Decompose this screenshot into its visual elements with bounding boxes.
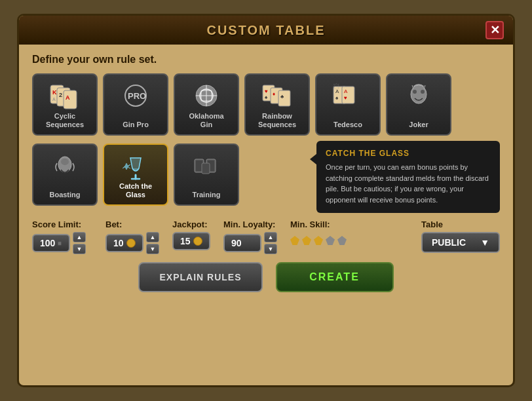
rainbow-label: RainbowSequences — [258, 112, 296, 129]
game-modes-grid: K A 2 A CyclicSequences PRO — [32, 73, 500, 136]
catch-glass-icon — [116, 149, 155, 185]
tooltip-text: Once per turn, you can earn bonus points… — [326, 162, 491, 205]
min-loyalty-label: Min. Loyalty: — [223, 220, 277, 229]
skill-star-2[interactable] — [302, 236, 311, 245]
joker-label: Joker — [409, 121, 428, 129]
bet-down[interactable]: ▼ — [146, 244, 159, 254]
skill-star-5[interactable] — [337, 236, 347, 245]
lower-left: Boasting — [32, 143, 239, 206]
bet-up[interactable]: ▲ — [146, 232, 159, 242]
svg-text:♣: ♣ — [280, 94, 284, 100]
modal-title: CUSTOM TABLE — [206, 23, 325, 38]
training-label: Training — [193, 191, 221, 199]
game-mode-tedesco[interactable]: A ♠ A ♥ Tedesco — [315, 73, 381, 136]
game-mode-cyclic[interactable]: K A 2 A CyclicSequences — [32, 73, 98, 136]
lower-section: Boasting — [32, 143, 500, 213]
tooltip-arrow — [310, 154, 316, 164]
boasting-icon — [45, 149, 85, 185]
bet-spinner: ▲ ▼ — [146, 232, 159, 254]
create-button[interactable]: CREATE — [276, 262, 394, 292]
min-loyalty-group: Min. Loyalty: 90 ▲ ▼ — [223, 220, 277, 254]
svg-text:A: A — [52, 97, 56, 102]
page-subtitle: Define your own rule set. — [32, 54, 500, 66]
game-mode-boasting[interactable]: Boasting — [32, 143, 98, 206]
svg-point-29 — [421, 90, 425, 94]
oklahoma-icon — [187, 79, 226, 115]
loyalty-spinner: ▲ ▼ — [264, 232, 277, 254]
rainbow-icon: ♥ ♠ ♦ ♣ — [257, 79, 297, 115]
catch-glass-label: Catch theGlass — [119, 182, 152, 199]
skill-stars — [290, 236, 347, 245]
bet-input-row: 10 ▲ ▼ — [105, 232, 159, 254]
svg-text:♥: ♥ — [344, 95, 347, 101]
tooltip-container: CATCH THE GLASS Once per turn, you can e… — [244, 143, 500, 213]
svg-text:K: K — [52, 89, 57, 96]
coin-icon — [126, 239, 136, 248]
game-mode-training[interactable]: Training — [174, 143, 239, 206]
min-skill-label: Min. Skill: — [290, 220, 347, 229]
svg-text:A: A — [66, 94, 70, 101]
svg-text:A: A — [344, 88, 348, 94]
min-skill-group: Min. Skill: — [290, 220, 347, 245]
score-limit-display: 100 ≡ — [32, 234, 70, 252]
loyalty-up[interactable]: ▲ — [264, 232, 277, 242]
gin-pro-label: Gin Pro — [123, 121, 149, 129]
table-select[interactable]: PUBLIC ▼ — [421, 232, 500, 253]
tooltip-box: CATCH THE GLASS Once per turn, you can e… — [316, 141, 500, 213]
boasting-label: Boasting — [49, 191, 80, 199]
bet-display: 10 — [105, 234, 143, 252]
skill-star-4[interactable] — [326, 236, 335, 245]
svg-text:2: 2 — [59, 92, 62, 98]
jackpot-group: Jackpot: 15 — [172, 220, 210, 250]
jackpot-coin-icon — [193, 237, 202, 246]
cyclic-label: CyclicSequences — [46, 112, 84, 129]
loyalty-down[interactable]: ▼ — [264, 244, 277, 254]
training-icon — [187, 149, 226, 185]
oklahoma-label: OklahomaGin — [189, 112, 223, 129]
skill-star-1[interactable] — [290, 236, 299, 245]
svg-text:PRO: PRO — [128, 91, 146, 101]
modal-body: Define your own rule set. K A 2 A Cyclic… — [19, 45, 513, 385]
game-mode-rainbow[interactable]: ♥ ♠ ♦ ♣ RainbowSequences — [244, 73, 310, 136]
svg-rect-36 — [202, 163, 210, 174]
svg-text:♦: ♦ — [273, 91, 275, 97]
game-mode-joker[interactable]: Joker — [386, 73, 451, 136]
score-limit-down[interactable]: ▼ — [73, 244, 86, 254]
tooltip-title: CATCH THE GLASS — [326, 149, 491, 158]
jackpot-label: Jackpot: — [172, 220, 210, 229]
tedesco-icon: A ♠ A ♥ — [328, 79, 368, 115]
cyclic-icon: K A 2 A — [45, 79, 85, 115]
gin-pro-icon: PRO — [116, 79, 155, 115]
jackpot-display: 15 — [172, 232, 210, 250]
score-limit-spinner: ▲ ▼ — [73, 232, 86, 254]
chevron-down-icon: ▼ — [480, 237, 489, 248]
game-mode-gin-pro[interactable]: PRO Gin Pro — [103, 73, 168, 136]
bet-label: Bet: — [105, 220, 159, 229]
table-group: Table PUBLIC ▼ — [421, 220, 500, 253]
svg-text:♥: ♥ — [265, 88, 268, 94]
svg-point-31 — [61, 159, 69, 165]
second-row-modes: Boasting — [32, 143, 239, 206]
bet-group: Bet: 10 ▲ ▼ — [105, 220, 159, 254]
explain-rules-button[interactable]: EXPLAIN RULES — [138, 262, 262, 292]
jackpot-input-row: 15 — [172, 232, 210, 250]
table-label: Table — [421, 220, 500, 229]
game-mode-oklahoma[interactable]: OklahomaGin — [174, 73, 239, 136]
tedesco-label: Tedesco — [333, 121, 362, 129]
modal-header: CUSTOM TABLE ✕ — [19, 16, 513, 45]
joker-icon — [399, 79, 438, 115]
min-loyalty-input-row: 90 ▲ ▼ — [223, 232, 277, 254]
bottom-buttons: EXPLAIN RULES CREATE — [32, 262, 500, 292]
score-limit-input-row: 100 ≡ ▲ ▼ — [32, 232, 86, 254]
score-limit-group: Score Limit: 100 ≡ ▲ ▼ — [32, 220, 86, 254]
min-loyalty-display: 90 — [223, 234, 261, 252]
score-limit-label: Score Limit: — [32, 220, 86, 229]
skill-star-3[interactable] — [314, 236, 323, 245]
close-button[interactable]: ✕ — [485, 21, 504, 39]
score-limit-up[interactable]: ▲ — [73, 232, 86, 242]
game-mode-catch-glass[interactable]: Catch theGlass — [103, 143, 168, 206]
svg-point-28 — [413, 90, 417, 94]
custom-table-modal: CUSTOM TABLE ✕ Define your own rule set.… — [17, 14, 515, 387]
